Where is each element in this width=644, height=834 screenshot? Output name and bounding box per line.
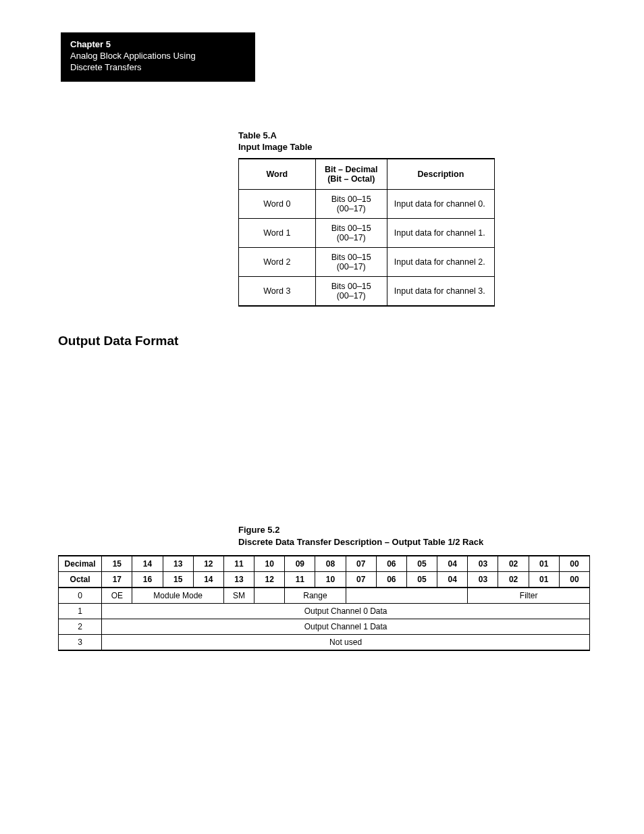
bit-header: 10 — [254, 556, 285, 572]
cell-output-ch1: Output Channel 1 Data — [102, 619, 590, 634]
data-row-1: 1 Output Channel 0 Data — [59, 603, 590, 619]
cell-word: Word 0 — [239, 190, 316, 219]
table-row: Word 3 Bits 00–15 (00–17) Input data for… — [239, 277, 495, 307]
bit-header: 12 — [254, 571, 285, 588]
table-a-caption-line1: Table 5.A — [238, 130, 495, 142]
cell-bit: Bits 00–15 (00–17) — [315, 219, 387, 248]
chapter-subtitle-line2: Discrete Transfers — [70, 62, 246, 74]
table-row: Word 0 Bits 00–15 (00–17) Input data for… — [239, 190, 495, 219]
cell-range: Range — [285, 588, 346, 604]
bit-header: 15 — [163, 571, 193, 588]
octal-label: Octal — [59, 571, 102, 588]
table-a-caption: Table 5.A Input Image Table — [238, 130, 495, 153]
row-index: 1 — [59, 603, 102, 619]
bit-header: 16 — [132, 571, 163, 588]
data-row-2: 2 Output Channel 1 Data — [59, 619, 590, 634]
cell-word: Word 3 — [239, 277, 316, 307]
bit-header: 05 — [406, 556, 437, 572]
bit-header: 05 — [406, 571, 437, 588]
cell-desc: Input data for channel 0. — [387, 190, 494, 219]
table-row: Word 2 Bits 00–15 (00–17) Input data for… — [239, 248, 495, 277]
bit-header: 07 — [346, 571, 376, 588]
cell-output-ch0: Output Channel 0 Data — [102, 603, 590, 619]
cell-empty — [254, 588, 285, 604]
octal-header-row: Octal 17 16 15 14 13 12 11 10 07 06 05 0… — [59, 571, 590, 588]
figure-caption-line1: Figure 5.2 — [238, 524, 590, 536]
bit-header: 11 — [223, 556, 254, 572]
cell-filter: Filter — [468, 588, 590, 604]
cell-desc: Input data for channel 2. — [387, 248, 494, 277]
cell-desc: Input data for channel 1. — [387, 219, 494, 248]
bit-header: 09 — [285, 556, 315, 572]
cell-bit: Bits 00–15 (00–17) — [315, 277, 387, 307]
row-index: 2 — [59, 619, 102, 634]
cell-word: Word 1 — [239, 219, 316, 248]
bit-header: 13 — [163, 556, 193, 572]
th-bit: Bit – Decimal (Bit – Octal) — [315, 159, 387, 190]
table-a-caption-line2: Input Image Table — [238, 142, 495, 153]
chapter-number: Chapter 5 — [70, 39, 246, 51]
bit-header: 00 — [559, 556, 589, 572]
figure-caption-line2: Discrete Data Transfer Description – Out… — [238, 536, 590, 548]
cell-desc: Input data for channel 3. — [387, 277, 494, 307]
th-word: Word — [239, 159, 316, 190]
chapter-subtitle-line1: Analog Block Applications Using — [70, 51, 246, 62]
bit-header: 03 — [468, 556, 498, 572]
bit-header: 01 — [529, 571, 559, 588]
bit-header: 06 — [376, 556, 406, 572]
bit-header: 12 — [193, 556, 223, 572]
bit-header: 07 — [346, 556, 376, 572]
bit-header: 13 — [223, 571, 254, 588]
cell-not-used: Not used — [102, 634, 590, 650]
bit-header: 04 — [437, 556, 468, 572]
figure-5-2-container: Figure 5.2 Discrete Data Transfer Descri… — [58, 524, 590, 650]
bit-header: 14 — [193, 571, 223, 588]
cell-word: Word 2 — [239, 248, 316, 277]
bit-header: 03 — [468, 571, 498, 588]
bit-header: 00 — [559, 571, 589, 588]
cell-bit: Bits 00–15 (00–17) — [315, 190, 387, 219]
cell-module-mode: Module Mode — [132, 588, 224, 604]
bit-header: 08 — [315, 556, 346, 572]
bit-header: 15 — [102, 556, 132, 572]
bit-header: 14 — [132, 556, 163, 572]
cell-sm: SM — [223, 588, 254, 604]
th-desc: Description — [387, 159, 494, 190]
data-row-3: 3 Not used — [59, 634, 590, 650]
cell-oe: OE — [102, 588, 132, 604]
row-index: 3 — [59, 634, 102, 650]
bit-header: 04 — [437, 571, 468, 588]
bit-header: 11 — [285, 571, 315, 588]
bit-header: 02 — [498, 556, 529, 572]
cell-empty — [346, 588, 468, 604]
row-index: 0 — [59, 588, 102, 604]
decimal-label: Decimal — [59, 556, 102, 572]
bit-header: 10 — [315, 571, 346, 588]
section-heading-output-data-format: Output Data Format — [58, 334, 644, 348]
bit-header: 06 — [376, 571, 406, 588]
decimal-header-row: Decimal 15 14 13 12 11 10 09 08 07 06 05… — [59, 556, 590, 572]
input-image-table: Word Bit – Decimal (Bit – Octal) Descrip… — [238, 158, 495, 307]
data-row-0: 0 OE Module Mode SM Range Filter — [59, 588, 590, 604]
table-row: Word 1 Bits 00–15 (00–17) Input data for… — [239, 219, 495, 248]
cell-bit: Bits 00–15 (00–17) — [315, 248, 387, 277]
bit-header: 02 — [498, 571, 529, 588]
figure-5-2-caption: Figure 5.2 Discrete Data Transfer Descri… — [238, 524, 590, 548]
table-a-container: Table 5.A Input Image Table Word Bit – D… — [238, 130, 495, 307]
chapter-header: Chapter 5 Analog Block Applications Usin… — [61, 32, 255, 82]
bit-header: 17 — [102, 571, 132, 588]
bit-header: 01 — [529, 556, 559, 572]
output-bit-table: Decimal 15 14 13 12 11 10 09 08 07 06 05… — [58, 555, 590, 651]
